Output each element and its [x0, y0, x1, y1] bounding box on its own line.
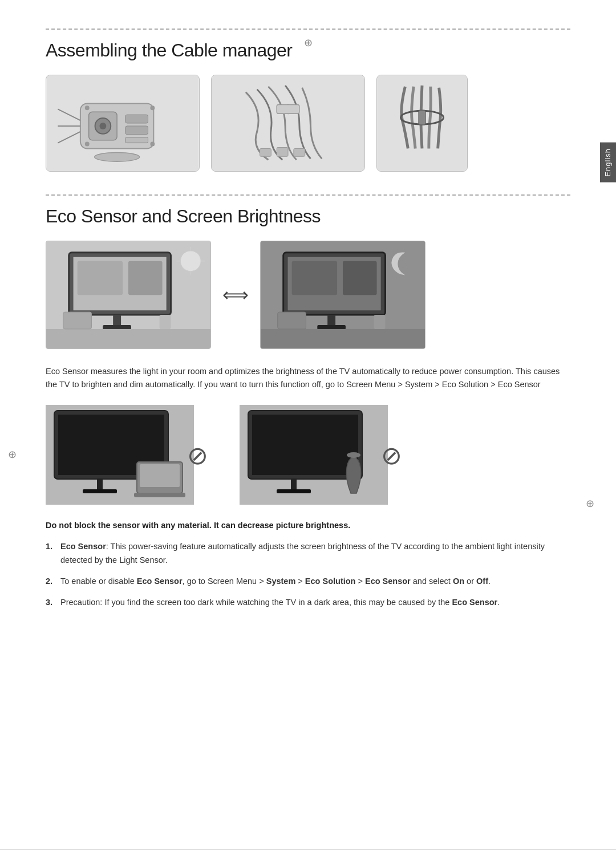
- cable-image-3: [376, 75, 468, 172]
- list-item-1: 1. Eco Sensor: This power-saving feature…: [46, 540, 570, 566]
- svg-point-11: [150, 142, 155, 147]
- svg-rect-7: [125, 137, 148, 143]
- svg-rect-34: [46, 329, 210, 349]
- svg-rect-50: [317, 325, 346, 330]
- svg-rect-32: [113, 315, 121, 326]
- svg-point-37: [180, 251, 201, 271]
- no-block-symbol-2: ⊘: [381, 440, 402, 469]
- list-text-1: Eco Sensor: This power-saving feature au…: [60, 540, 570, 566]
- cable-image-2: [211, 75, 365, 172]
- cable-manager-images: [46, 75, 570, 172]
- list-num-3: 3.: [46, 596, 56, 609]
- eco-brightness-images: ⟺: [46, 241, 570, 349]
- svg-rect-65: [291, 479, 297, 490]
- list-num-1: 1.: [46, 540, 56, 553]
- eco-bright-image: [46, 241, 211, 349]
- page: ⊕ ⊕ ⊕ English Assembling the Cable manag…: [0, 29, 616, 852]
- tv-sensor-2-container: ⊘: [240, 405, 388, 505]
- svg-rect-33: [103, 325, 131, 330]
- svg-rect-35: [63, 312, 92, 329]
- svg-rect-36: [160, 315, 171, 329]
- list-item-3: 3. Precaution: If you find the screen to…: [46, 596, 570, 609]
- eco-description: Eco Sensor measures the light in your ro…: [46, 365, 570, 391]
- svg-rect-6: [125, 126, 148, 135]
- tv-sensor-image-2: [240, 405, 388, 505]
- no-block-symbol-1: ⊘: [187, 440, 208, 469]
- svg-point-9: [150, 106, 155, 110]
- eco-section: Eco Sensor and Screen Brightness: [46, 194, 570, 609]
- list-item-2: 2. To enable or disable Eco Sensor, go t…: [46, 575, 570, 588]
- tv-sensor-image-1: [46, 405, 194, 505]
- svg-point-4: [99, 123, 106, 129]
- section2-divider: [46, 194, 570, 196]
- reg-mark-left: ⊕: [8, 448, 17, 461]
- svg-rect-57: [97, 479, 103, 490]
- svg-rect-19: [260, 148, 271, 156]
- svg-rect-47: [292, 261, 337, 295]
- svg-rect-21: [294, 148, 305, 156]
- svg-rect-51: [261, 329, 425, 349]
- svg-rect-58: [83, 489, 117, 493]
- svg-point-67: [347, 452, 360, 458]
- side-language-tab: English: [600, 143, 616, 182]
- svg-rect-5: [125, 115, 148, 123]
- tv-sensor-images: ⊘: [46, 405, 570, 505]
- svg-rect-18: [277, 104, 299, 113]
- section2-title: Eco Sensor and Screen Brightness: [46, 206, 570, 227]
- svg-point-10: [85, 142, 90, 147]
- svg-point-8: [85, 106, 90, 110]
- svg-rect-20: [277, 147, 288, 156]
- brightness-arrow: ⟺: [222, 284, 249, 306]
- reg-mark-top: ⊕: [304, 36, 313, 49]
- svg-rect-61: [134, 493, 185, 497]
- section1-divider: [46, 29, 570, 30]
- svg-rect-53: [374, 315, 386, 329]
- eco-dark-image: [260, 241, 425, 349]
- list-text-3: Precaution: If you find the screen too d…: [60, 596, 500, 609]
- svg-rect-30: [78, 261, 123, 295]
- svg-rect-31: [128, 261, 163, 295]
- footer: [UF5370-ZH]BN68-04824E-03L16.indb 17 ⊕ E…: [0, 849, 616, 852]
- svg-point-12: [95, 152, 140, 161]
- svg-rect-64: [252, 415, 358, 475]
- svg-rect-60: [140, 464, 180, 487]
- instructions-list: 1. Eco Sensor: This power-saving feature…: [46, 540, 570, 609]
- svg-rect-24: [419, 110, 425, 125]
- list-num-2: 2.: [46, 575, 56, 588]
- svg-rect-48: [343, 261, 377, 295]
- svg-rect-66: [277, 489, 311, 493]
- svg-rect-52: [278, 312, 306, 329]
- cable-image-1: [46, 75, 200, 172]
- main-content: Assembling the Cable manager: [46, 29, 570, 609]
- warning-text: Do not block the sensor with any materia…: [46, 521, 570, 530]
- reg-mark-right: ⊕: [586, 497, 594, 510]
- tv-sensor-1-container: ⊘: [46, 405, 194, 505]
- svg-rect-49: [327, 315, 335, 326]
- list-text-2: To enable or disable Eco Sensor, go to S…: [60, 575, 491, 588]
